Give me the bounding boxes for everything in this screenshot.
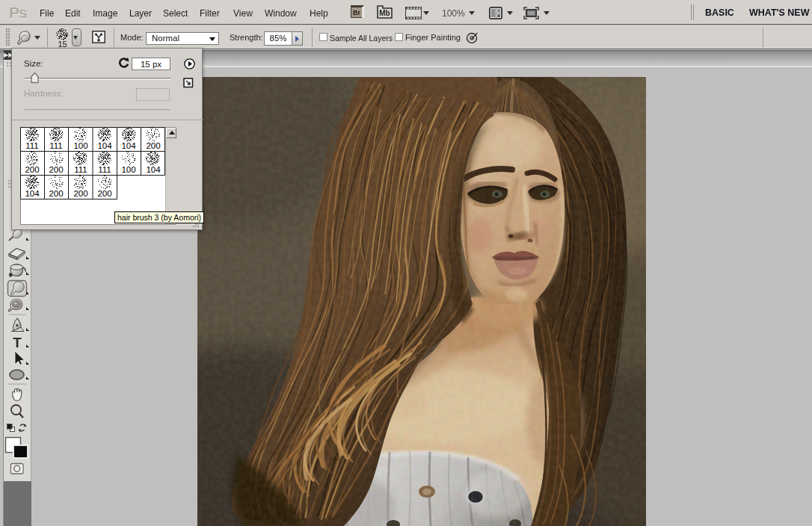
svg-text:100: 100 bbox=[73, 141, 87, 150]
svg-text:104: 104 bbox=[146, 165, 161, 174]
svg-text:104: 104 bbox=[121, 141, 136, 150]
svg-text:200: 200 bbox=[25, 165, 39, 174]
svg-text:T: T bbox=[13, 335, 22, 350]
svg-text:104: 104 bbox=[97, 141, 112, 150]
svg-text:111: 111 bbox=[49, 141, 62, 150]
svg-text:100: 100 bbox=[121, 165, 135, 174]
svg-text:111: 111 bbox=[74, 165, 87, 174]
svg-text:111: 111 bbox=[98, 165, 111, 174]
svg-text:200: 200 bbox=[49, 189, 63, 198]
svg-text:Br: Br bbox=[353, 9, 360, 16]
svg-text:104: 104 bbox=[25, 189, 40, 198]
svg-text:Mb: Mb bbox=[379, 9, 390, 17]
svg-text:200: 200 bbox=[97, 189, 111, 198]
svg-text:200: 200 bbox=[73, 189, 87, 198]
svg-text:200: 200 bbox=[146, 141, 160, 150]
svg-text:111: 111 bbox=[25, 141, 38, 150]
svg-text:200: 200 bbox=[49, 165, 63, 174]
